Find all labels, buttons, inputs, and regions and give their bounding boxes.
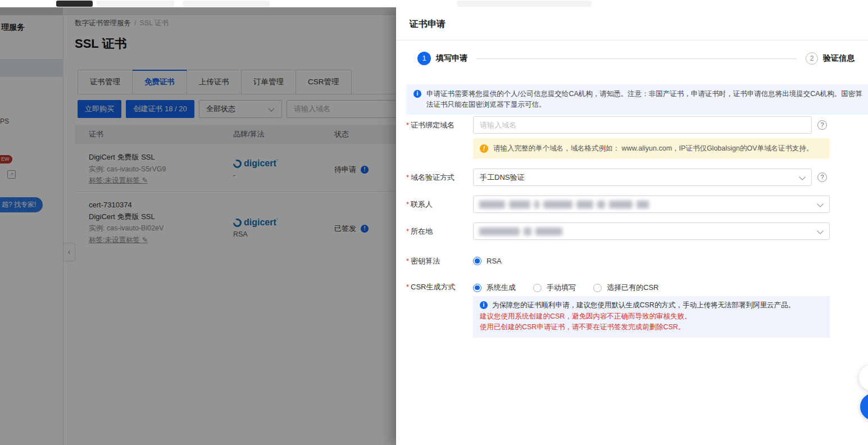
csr-radio-group: 系统生成 手动填写 选择已有的CSR [473,283,658,293]
field-label-algorithm: *密钥算法 [406,253,440,269]
modal-backdrop[interactable] [0,7,397,445]
info-icon: i [480,301,488,309]
info-icon: i [413,90,421,98]
help-icon[interactable]: ? [817,172,827,182]
location-select[interactable] [473,222,830,240]
csr-warning-line-1: 建议您使用系统创建的CSR，避免因内容不正确而导致的审核失败。 [480,311,823,323]
redacted-tab [457,1,592,7]
field-label-location: *所在地 [406,222,433,240]
domain-warning-banner: ! 请输入完整的单个域名，域名格式例如： www.aliyun.com，IP证书… [473,138,830,159]
label-text: 联系人 [411,200,433,208]
step-2-label: 验证信息 [823,53,855,63]
verify-method-value: 手工DNS验证 [480,173,524,181]
radio-rsa-label[interactable]: RSA [487,257,502,265]
redacted-contact-value [479,201,649,208]
drawer-header: 证书申请 [396,7,868,40]
step-indicator: 1 填写申请 2 验证信息 [417,51,855,66]
csr-warning-line-2: 使用已创建的CSR申请证书，请不要在证书签发完成前删除CSR。 [480,322,823,333]
step-1-circle: 1 [417,52,431,65]
label-text: 域名验证方式 [411,173,455,181]
required-star: * [406,257,409,265]
radio-csr-manual-label[interactable]: 手动填写 [547,283,576,293]
csr-tip-line: i 为保障您的证书顺利申请，建议您使用默认生成CSR的方式，手动上传将无法部署到… [480,300,823,311]
radio-csr-existing-label[interactable]: 选择已有的CSR [607,283,658,293]
verify-method-select[interactable]: 手工DNS验证 [473,169,812,186]
browser-strip [0,0,868,7]
required-star: * [406,121,409,129]
redacted-location-value [479,228,562,235]
label-text: 所在地 [411,227,433,235]
required-star: * [406,283,409,291]
radio-rsa[interactable] [473,257,481,265]
algorithm-radio-group: RSA [473,257,502,265]
radio-csr-system-label[interactable]: 系统生成 [487,283,516,293]
field-label-csr: *CSR生成方式 [406,279,456,295]
radio-csr-existing[interactable] [593,284,602,292]
domain-input[interactable]: 请输入域名 [473,116,812,134]
help-icon[interactable]: ? [817,120,827,130]
required-star: * [406,200,409,208]
step-1-label: 填写申请 [436,53,467,63]
chevron-down-icon [817,201,823,207]
required-star: * [406,227,409,235]
field-label-domain: *证书绑定域名 [406,116,455,134]
redacted-tab [56,1,93,7]
label-text: CSR生成方式 [411,283,455,291]
privacy-notice-banner: i 申请证书需要将您提供的个人/公司信息提交给CA机构，请知悉。注意：非国产证书… [406,84,868,115]
step-2-circle: 2 [806,52,818,65]
customer-service-button[interactable] [860,393,868,420]
csr-tip-box: i 为保障您的证书顺利申请，建议您使用默认生成CSR的方式，手动上传将无法部署到… [473,296,830,338]
warning-text: 请输入完整的单个域名，域名格式例如： www.aliyun.com，IP证书仅G… [493,144,814,152]
drawer-title: 证书申请 [410,19,446,30]
cert-apply-drawer: 证书申请 1 填写申请 2 验证信息 i 申请证书需要将您提供的个人/公司信息提… [396,7,868,445]
notice-text: 申请证书需要将您提供的个人/公司信息提交给CA机构，请知悉。注意：非国产证书，申… [426,90,862,108]
chevron-down-icon [817,228,823,234]
step-connector [476,58,797,59]
csr-tip-text: 为保障您的证书顺利申请，建议您使用默认生成CSR的方式，手动上传将无法部署到阿里… [492,301,795,309]
contact-select[interactable] [473,196,830,213]
field-label-verify: *域名验证方式 [406,169,455,186]
required-star: * [406,173,409,181]
redacted-tab [183,1,270,7]
chevron-down-icon [799,174,805,180]
label-text: 密钥算法 [411,257,440,265]
field-label-contact: *联系人 [406,196,433,213]
label-text: 证书绑定域名 [411,121,455,129]
redacted-tab [97,1,174,7]
radio-csr-system[interactable] [473,284,481,292]
radio-csr-manual[interactable] [533,284,542,292]
warning-icon: ! [480,144,488,153]
floating-action-button[interactable] [858,364,868,391]
